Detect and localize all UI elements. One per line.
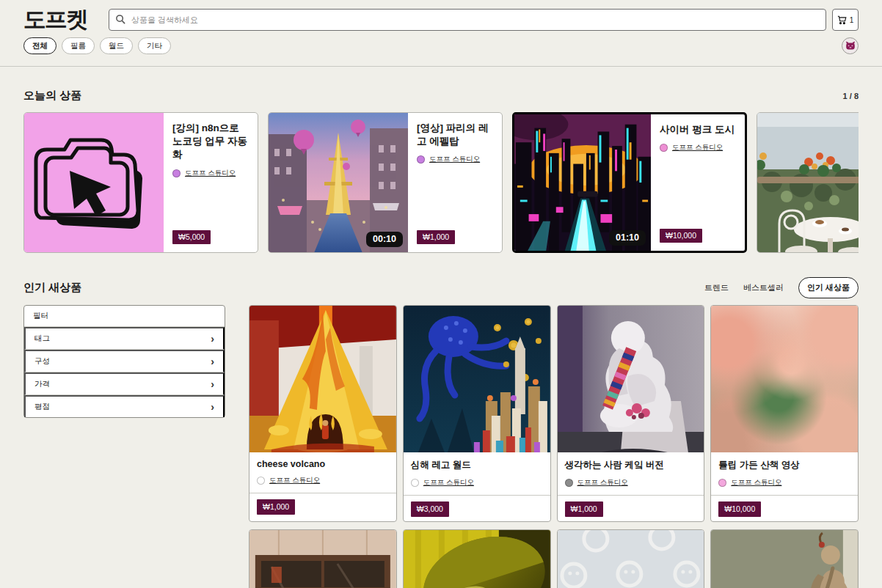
studio-link[interactable]: 도프프 스튜디오 bbox=[423, 478, 474, 488]
studio-link[interactable]: 도프프 스튜디오 bbox=[577, 478, 628, 488]
chevron-right-icon: › bbox=[211, 402, 214, 412]
studio-avatar bbox=[565, 479, 573, 487]
studio-avatar bbox=[718, 479, 726, 487]
category-chip-world[interactable]: 월드 bbox=[100, 37, 133, 54]
balcony-cafe-sea-view bbox=[757, 113, 859, 252]
carousel-pagination: 1 / 8 bbox=[843, 92, 859, 100]
today-products-section: 오늘의 상품 1 / 8 [강의] bbox=[23, 89, 859, 253]
product-title: cheese volcano bbox=[257, 459, 389, 469]
filter-header: 필터 bbox=[24, 306, 225, 327]
product-title: 튤립 가든 산책 영상 bbox=[718, 459, 850, 471]
cat-face-icon bbox=[845, 41, 856, 51]
product-grid: cheese volcano 도프프 스튜디오 ₩1,000 bbox=[249, 305, 859, 588]
price-badge: ₩1,000 bbox=[565, 501, 603, 517]
grid-product-card[interactable] bbox=[557, 529, 705, 588]
pink-folder-cursor-illustration bbox=[24, 113, 164, 252]
tab-trend[interactable]: 트렌드 bbox=[704, 282, 729, 293]
search-icon bbox=[115, 14, 126, 25]
studio-avatar bbox=[257, 477, 265, 485]
category-chip-film[interactable]: 필름 bbox=[62, 37, 95, 54]
grid-product-card[interactable] bbox=[249, 529, 397, 588]
today-product-card-selected[interactable]: 01:10 사이버 펑크 도시 도프프 스튜디오 ₩10,000 bbox=[512, 112, 747, 253]
studio-link[interactable]: 도프프 스튜디오 bbox=[185, 169, 236, 178]
filter-sidebar: 필터 태그› 구성› 가격› 평점› bbox=[23, 305, 225, 418]
popular-section-title: 인기 새상품 bbox=[23, 281, 81, 295]
price-badge: ₩10,000 bbox=[718, 501, 761, 517]
product-image bbox=[249, 306, 396, 452]
studio-avatar bbox=[660, 144, 668, 152]
crouching-statue bbox=[711, 530, 858, 588]
product-image bbox=[404, 306, 550, 452]
studio-link[interactable]: 도프프 스튜디오 bbox=[731, 478, 781, 488]
video-duration-badge: 00:10 bbox=[366, 232, 403, 247]
grid-product-card[interactable]: cheese volcano 도프프 스튜디오 ₩1,000 bbox=[249, 305, 397, 522]
tab-popular-new[interactable]: 인기 새상품 bbox=[798, 277, 859, 298]
product-image: 00:10 bbox=[269, 113, 408, 252]
beach-with-smileys bbox=[558, 530, 704, 588]
today-carousel: [강의] n8n으로 노코딩 업무 자동화 도프프 스튜디오 ₩5,000 bbox=[23, 112, 859, 253]
filter-item-composition[interactable]: 구성› bbox=[24, 350, 225, 372]
product-title: 심해 레고 월드 bbox=[411, 459, 543, 471]
product-title: [영상] 파리의 레고 에펠탑 bbox=[417, 122, 493, 148]
tulip-garden bbox=[711, 306, 858, 452]
cheese-volcano bbox=[249, 306, 396, 452]
thinker-statue-with-scarf bbox=[558, 306, 704, 452]
cart-count: 1 bbox=[850, 16, 854, 24]
studio-link[interactable]: 도프프 스튜디오 bbox=[672, 143, 723, 152]
category-chip-all[interactable]: 전체 bbox=[23, 37, 57, 54]
cart-icon bbox=[837, 15, 847, 25]
studio-avatar bbox=[172, 169, 181, 177]
page: 도프켓 1 전체 필름 월드 기타 bbox=[0, 0, 882, 588]
grid-product-card[interactable] bbox=[710, 529, 859, 588]
tab-bestseller[interactable]: 베스트셀러 bbox=[743, 282, 784, 293]
price-badge: ₩1,000 bbox=[257, 499, 295, 515]
grid-product-card[interactable]: 튤립 가든 산책 영상 도프프 스튜디오 ₩10,000 bbox=[710, 305, 859, 522]
product-image bbox=[757, 113, 859, 252]
cart-button[interactable]: 1 bbox=[832, 9, 859, 31]
grid-product-card[interactable]: 생각하는 사람 케잌 버전 도프프 스튜디오 ₩1,000 bbox=[557, 305, 705, 522]
product-title: 생각하는 사람 케잌 버전 bbox=[565, 459, 697, 471]
chevron-right-icon: › bbox=[211, 379, 214, 389]
product-image bbox=[711, 530, 858, 588]
filter-item-tags[interactable]: 태그› bbox=[24, 327, 225, 350]
today-section-title: 오늘의 상품 bbox=[23, 89, 81, 103]
today-product-card[interactable] bbox=[757, 112, 859, 253]
product-image: 01:10 bbox=[514, 114, 651, 251]
product-title: [강의] n8n으로 노코딩 업무 자동화 bbox=[172, 122, 249, 162]
grid-product-card[interactable] bbox=[403, 529, 551, 588]
user-avatar[interactable] bbox=[842, 37, 859, 54]
search-input[interactable] bbox=[109, 9, 826, 31]
price-badge: ₩5,000 bbox=[172, 230, 211, 245]
product-image bbox=[711, 306, 858, 452]
clothing-storefront bbox=[249, 530, 396, 588]
product-image bbox=[404, 530, 550, 588]
popular-products-section: 인기 새상품 트렌드 베스트셀러 인기 새상품 필터 태그› 구성› bbox=[23, 277, 859, 588]
product-image bbox=[558, 530, 704, 588]
studio-link[interactable]: 도프프 스튜디오 bbox=[269, 476, 320, 485]
product-image bbox=[558, 306, 704, 452]
today-product-card[interactable]: 00:10 [영상] 파리의 레고 에펠탑 도프프 스튜디오 ₩1,000 bbox=[268, 112, 503, 253]
deep-sea-lego-world bbox=[404, 306, 550, 452]
filter-item-price[interactable]: 가격› bbox=[24, 372, 225, 395]
price-badge: ₩3,000 bbox=[411, 501, 449, 517]
product-image bbox=[24, 113, 164, 252]
search-bar bbox=[109, 9, 826, 31]
grid-product-card[interactable]: 심해 레고 월드 도프프 스튜디오 ₩3,000 bbox=[403, 305, 551, 522]
header: 도프켓 1 전체 필름 월드 기타 bbox=[23, 7, 859, 67]
price-badge: ₩1,000 bbox=[417, 230, 455, 245]
filter-item-rating[interactable]: 평점› bbox=[24, 395, 225, 417]
category-chip-etc[interactable]: 기타 bbox=[138, 37, 171, 54]
chevron-right-icon: › bbox=[211, 356, 214, 367]
sort-tabs: 트렌드 베스트셀러 인기 새상품 bbox=[704, 277, 859, 298]
video-duration-badge: 01:10 bbox=[609, 230, 646, 246]
yellow-lamp bbox=[404, 530, 550, 588]
logo[interactable]: 도프켓 bbox=[23, 7, 87, 32]
studio-avatar bbox=[417, 155, 425, 163]
studio-avatar bbox=[411, 479, 419, 487]
studio-link[interactable]: 도프프 스튜디오 bbox=[429, 155, 480, 164]
header-divider bbox=[0, 66, 882, 67]
today-product-card[interactable]: [강의] n8n으로 노코딩 업무 자동화 도프프 스튜디오 ₩5,000 bbox=[23, 112, 258, 253]
product-image bbox=[249, 530, 396, 588]
product-title: 사이버 펑크 도시 bbox=[660, 123, 736, 136]
price-badge: ₩10,000 bbox=[660, 229, 702, 243]
